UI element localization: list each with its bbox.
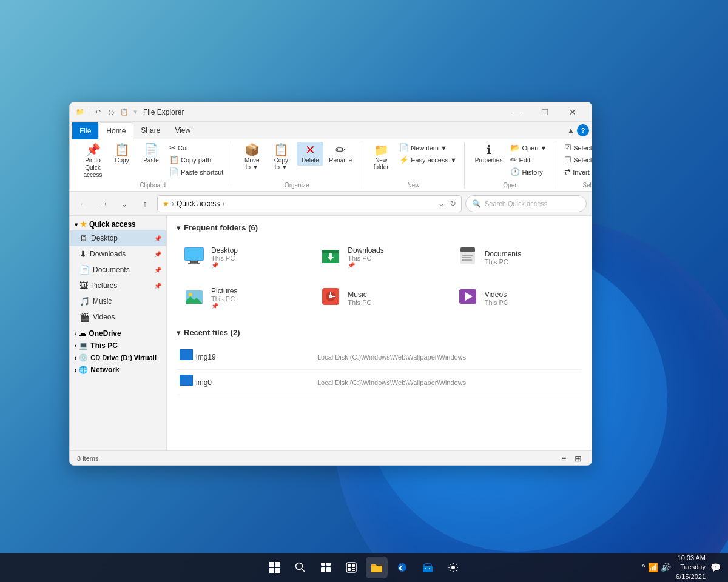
edge-taskbar-button[interactable] xyxy=(391,557,413,578)
select-all-label: Select all xyxy=(573,144,592,152)
this-pc-section[interactable]: › 💻 This PC xyxy=(70,340,166,352)
cut-button[interactable]: ✂ Cut xyxy=(167,142,226,153)
forward-button[interactable]: → xyxy=(95,195,112,212)
videos-tile-icon xyxy=(457,286,479,310)
widgets-button[interactable] xyxy=(340,557,362,578)
onedrive-chevron: › xyxy=(75,330,76,337)
history-button[interactable]: 🕐 History xyxy=(508,166,549,178)
volume-icon[interactable]: 🔊 xyxy=(661,563,671,572)
refresh-button[interactable]: ↻ xyxy=(450,199,456,208)
sidebar-item-desktop[interactable]: 🖥 Desktop 📌 xyxy=(70,230,166,246)
new-item-button[interactable]: 📄 New item ▼ xyxy=(397,142,459,153)
star-icon: ★ xyxy=(163,199,169,208)
network-section[interactable]: › 🌐 Network xyxy=(70,364,166,376)
copy-button[interactable]: 📋 Copy xyxy=(109,142,135,166)
folder-tile-pictures[interactable]: Pictures This PC 📌 xyxy=(177,280,308,316)
help-button[interactable]: ? xyxy=(577,124,589,136)
search-taskbar-button[interactable] xyxy=(289,557,311,578)
downloads-sidebar-label: Downloads xyxy=(90,250,126,258)
folder-tile-documents[interactable]: Documents This PC xyxy=(450,239,582,275)
recent-chevron[interactable]: ▾ xyxy=(177,329,180,337)
invert-selection-button[interactable]: ⇄ Invert selection xyxy=(562,166,592,178)
open-button[interactable]: 📂 Open ▼ xyxy=(508,142,549,153)
rename-button[interactable]: ✏ Rename xyxy=(326,142,355,166)
search-bar[interactable]: 🔍 Search Quick access xyxy=(465,195,587,212)
start-button[interactable] xyxy=(264,557,286,578)
desktop-tile-sub: This PC xyxy=(211,255,238,262)
store-taskbar-button[interactable] xyxy=(417,557,439,578)
edit-button[interactable]: ✏ Edit xyxy=(508,154,549,166)
file-explorer-taskbar-button[interactable] xyxy=(366,557,388,578)
properties-button[interactable]: ℹ Properties xyxy=(472,142,506,166)
close-button[interactable]: ✕ xyxy=(559,102,587,122)
minimize-button[interactable]: — xyxy=(503,102,531,122)
folder-tile-downloads[interactable]: Downloads This PC 📌 xyxy=(313,239,445,275)
paste-button[interactable]: 📄 Paste xyxy=(138,142,164,166)
tab-view[interactable]: View xyxy=(167,122,198,139)
recent-item-img19[interactable]: img19 Local Disk (C:)\Windows\Web\Wallpa… xyxy=(177,344,582,370)
tab-home[interactable]: Home xyxy=(98,122,133,139)
folder-tile-videos[interactable]: Videos This PC xyxy=(450,280,582,316)
copy-path-button[interactable]: 📋 Copy path xyxy=(167,154,226,166)
new-folder-button[interactable]: 📁 Newfolder xyxy=(368,142,394,172)
edit-icon: ✏ xyxy=(510,155,517,164)
svg-rect-2 xyxy=(188,263,200,264)
notification-icon[interactable]: 💬 xyxy=(710,563,721,572)
back-button[interactable]: ← xyxy=(75,195,92,212)
select-none-icon: ☐ xyxy=(564,155,571,164)
onedrive-section[interactable]: › ☁ OneDrive xyxy=(70,327,166,340)
task-view-button[interactable] xyxy=(315,557,337,578)
pin-icon: 📌 xyxy=(86,144,101,156)
sidebar-item-downloads[interactable]: ⬇ Downloads 📌 xyxy=(70,246,166,262)
frequent-chevron[interactable]: ▾ xyxy=(177,224,180,232)
folder-tile-desktop[interactable]: Desktop This PC 📌 xyxy=(177,239,308,275)
settings-taskbar-button[interactable] xyxy=(442,557,464,578)
recent-item-img0[interactable]: img0 Local Disk (C:)\Windows\Web\Wallpap… xyxy=(177,370,582,395)
redo-icon[interactable]: ⭮ xyxy=(106,107,116,118)
dropdown-arrow[interactable]: ▼ xyxy=(132,109,138,115)
folder-tile-music[interactable]: Music This PC xyxy=(313,280,445,316)
clipboard-buttons: 📌 Pin to Quickaccess 📋 Copy 📄 Paste ✂ xyxy=(79,142,226,181)
quick-access-section[interactable]: ▾ ★ Quick access xyxy=(70,218,166,230)
list-view-button[interactable]: ≡ xyxy=(558,452,570,464)
maximize-button[interactable]: ☐ xyxy=(531,102,559,122)
grid-view-button[interactable]: ⊞ xyxy=(572,452,584,464)
tab-file[interactable]: File xyxy=(72,122,98,139)
copy-to-label: Copyto ▼ xyxy=(274,157,288,170)
sidebar-item-music[interactable]: 🎵 Music xyxy=(70,293,166,309)
sidebar-item-documents[interactable]: 📄 Documents 📌 xyxy=(70,262,166,278)
svg-point-40 xyxy=(451,566,455,569)
ribbon-collapse-button[interactable]: ▲ xyxy=(565,126,577,135)
network-tray-icon[interactable]: 📶 xyxy=(648,563,658,572)
undo-icon[interactable]: ↩ xyxy=(92,107,103,118)
recent-locations-button[interactable]: ⌄ xyxy=(116,195,133,212)
sidebar-item-pictures[interactable]: 🖼 Pictures 📌 xyxy=(70,278,166,293)
select-none-button[interactable]: ☐ Select none xyxy=(562,154,592,166)
new-item-label: New item ▼ xyxy=(411,144,447,152)
music-tile-icon xyxy=(320,286,342,310)
open-label: Open ▼ xyxy=(522,144,547,152)
up-button[interactable]: ↑ xyxy=(136,195,153,212)
move-to-button[interactable]: 📦 Moveto ▼ xyxy=(238,142,265,172)
delete-button[interactable]: ✕ Delete xyxy=(297,142,323,166)
new-small-buttons: 📄 New item ▼ ⚡ Easy access ▼ xyxy=(397,142,459,166)
select-all-button[interactable]: ☑ Select all xyxy=(562,142,592,153)
properties-icon-small[interactable]: 📋 xyxy=(119,107,130,118)
address-bar[interactable]: ★ › Quick access › ⌄ ↻ xyxy=(157,195,462,212)
quick-access-chevron: ▾ xyxy=(75,221,78,228)
address-dropdown[interactable]: ⌄ xyxy=(438,199,445,208)
easy-access-button[interactable]: ⚡ Easy access ▼ xyxy=(397,154,459,166)
svg-rect-35 xyxy=(352,570,355,571)
documents-tile-icon xyxy=(457,245,479,270)
cd-drive-section[interactable]: › 💿 CD Drive (D:) Virtuall xyxy=(70,352,166,364)
svg-rect-37 xyxy=(423,566,433,572)
chevron-up-icon[interactable]: ^ xyxy=(641,563,645,572)
svg-rect-6 xyxy=(462,255,473,256)
pin-to-quick-button[interactable]: 📌 Pin to Quickaccess xyxy=(79,142,106,181)
paste-shortcut-button[interactable]: 📄 Paste shortcut xyxy=(167,166,226,178)
copy-to-button[interactable]: 📋 Copyto ▼ xyxy=(268,142,294,172)
tab-share[interactable]: Share xyxy=(133,122,167,139)
clock[interactable]: 10:03 AM Tuesday6/15/2021 xyxy=(676,554,706,581)
status-bar: 8 items ≡ ⊞ xyxy=(70,450,592,465)
sidebar-item-videos[interactable]: 🎬 Videos xyxy=(70,309,166,325)
